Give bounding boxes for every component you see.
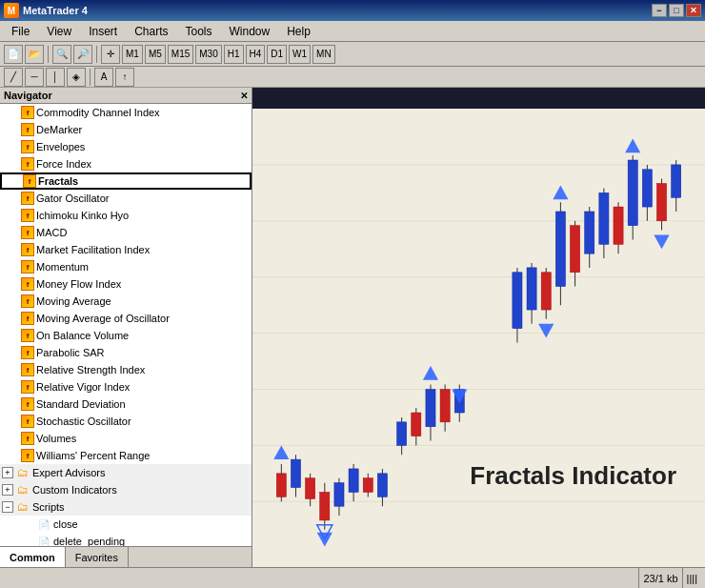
toolbar-separator-1 xyxy=(48,46,49,63)
tree-item-ichimoku[interactable]: f Ichimoku Kinko Hyo xyxy=(0,207,252,224)
svg-rect-31 xyxy=(440,389,450,421)
vline-button[interactable]: │ xyxy=(46,68,65,87)
indicator-icon-macd: f xyxy=(21,226,34,239)
menu-help[interactable]: Help xyxy=(279,23,318,40)
tree-item-obv[interactable]: f On Balance Volume xyxy=(0,327,252,344)
svg-rect-43 xyxy=(571,226,580,273)
svg-rect-9 xyxy=(276,474,286,497)
tree-item-parabolic[interactable]: f Parabolic SAR xyxy=(0,344,252,361)
tree-item-commodity[interactable]: f Commodity Channel Index xyxy=(0,104,252,121)
svg-rect-17 xyxy=(334,483,344,507)
hline-button[interactable]: ─ xyxy=(25,68,44,87)
tree-item-macd[interactable]: f MACD xyxy=(0,224,252,241)
expand-custom-icon[interactable]: + xyxy=(2,484,13,496)
status-bar-indicator: |||| xyxy=(682,568,701,588)
open-button[interactable]: 📂 xyxy=(25,45,44,64)
toolbar-separator-2 xyxy=(96,46,97,63)
crosshair-button[interactable]: ✛ xyxy=(101,45,120,64)
minimize-button[interactable]: − xyxy=(652,4,667,17)
chart-svg xyxy=(252,109,705,567)
period-h1-button[interactable]: H1 xyxy=(224,45,244,64)
menu-insert[interactable]: Insert xyxy=(81,23,125,40)
tree-item-stoch[interactable]: f Stochastic Oscillator xyxy=(0,413,252,430)
navigator-tree[interactable]: f Commodity Channel Index f DeMarker f E… xyxy=(0,104,252,546)
tree-item-rvi[interactable]: f Relative Vigor Index xyxy=(0,378,252,395)
tree-item-custom[interactable]: + 🗂 Custom Indicators xyxy=(0,481,252,498)
svg-rect-41 xyxy=(555,212,565,287)
expand-ea-icon[interactable]: + xyxy=(2,467,13,478)
indicator-icon-mao: f xyxy=(21,312,34,325)
period-h4-button[interactable]: H4 xyxy=(246,45,266,64)
tab-common[interactable]: Common xyxy=(0,547,66,567)
arrow-button[interactable]: ↑ xyxy=(115,68,134,87)
tree-item-demarker[interactable]: f DeMarker xyxy=(0,121,252,138)
period-w1-button[interactable]: W1 xyxy=(289,45,311,64)
fib-button[interactable]: ◈ xyxy=(67,68,86,87)
menu-tools[interactable]: Tools xyxy=(178,23,220,40)
status-bar-kbps: 23/1 kb xyxy=(638,568,681,588)
navigator-panel: Navigator ✕ f Commodity Channel Index f … xyxy=(0,88,252,567)
svg-rect-15 xyxy=(320,492,330,519)
tree-item-force[interactable]: f Force Index xyxy=(0,155,252,172)
indicator-icon-envelopes: f xyxy=(21,140,34,153)
status-bar: 23/1 kb |||| xyxy=(0,567,705,588)
main-container: Navigator ✕ f Commodity Channel Index f … xyxy=(0,88,705,567)
period-m15-button[interactable]: M15 xyxy=(168,45,193,64)
text-button[interactable]: A xyxy=(94,68,113,87)
tree-item-ea[interactable]: + 🗂 Expert Advisors xyxy=(0,464,252,481)
svg-rect-29 xyxy=(426,389,435,426)
tree-item-rsi[interactable]: f Relative Strength Index xyxy=(0,361,252,378)
tab-favorites[interactable]: Favorites xyxy=(66,547,129,567)
menu-window[interactable]: Window xyxy=(222,23,278,40)
menu-charts[interactable]: Charts xyxy=(127,23,175,40)
menu-file[interactable]: File xyxy=(4,23,37,40)
zoom-in-button[interactable]: 🔍 xyxy=(52,45,71,64)
expand-scripts-icon[interactable]: − xyxy=(2,501,13,513)
folder-icon-custom: 🗂 xyxy=(15,482,30,497)
period-m5-button[interactable]: M5 xyxy=(145,45,166,64)
svg-rect-49 xyxy=(614,207,623,244)
period-d1-button[interactable]: D1 xyxy=(267,45,287,64)
tree-item-ma[interactable]: f Moving Average xyxy=(0,293,252,310)
tree-item-scripts[interactable]: − 🗂 Scripts xyxy=(0,498,252,516)
tree-item-volumes[interactable]: f Volumes xyxy=(0,430,252,447)
tree-item-delete-pending[interactable]: 📄 delete_pending xyxy=(0,533,252,546)
navigator-title: Navigator xyxy=(4,90,52,101)
line-tool-button[interactable]: ╱ xyxy=(4,68,23,87)
menu-view[interactable]: View xyxy=(39,23,79,40)
tree-label-scripts: Scripts xyxy=(32,501,65,513)
tree-item-money-flow[interactable]: f Money Flow Index xyxy=(0,275,252,293)
indicator-icon-ichimoku: f xyxy=(21,209,34,222)
tree-label-obv: On Balance Volume xyxy=(36,330,129,341)
svg-rect-57 xyxy=(672,165,681,197)
svg-rect-35 xyxy=(513,273,522,329)
indicator-icon-mfi: f xyxy=(21,243,34,256)
status-text: 23/1 kb xyxy=(643,573,677,584)
tree-item-stddev[interactable]: f Standard Deviation xyxy=(0,395,252,413)
tree-item-mfi[interactable]: f Market Facilitation Index xyxy=(0,241,252,258)
tree-label-custom: Custom Indicators xyxy=(32,484,117,496)
svg-rect-39 xyxy=(541,273,551,310)
maximize-button[interactable]: □ xyxy=(669,4,684,17)
tree-label-ea: Expert Advisors xyxy=(32,467,105,478)
tree-item-fractals[interactable]: f Fractals xyxy=(0,172,252,190)
tree-item-gator[interactable]: f Gator Oscillator xyxy=(0,190,252,207)
indicator-icon-stddev: f xyxy=(21,397,34,411)
tree-label-volumes: Volumes xyxy=(36,433,76,444)
zoom-out-button[interactable]: 🔎 xyxy=(73,45,92,64)
navigator-close-button[interactable]: ✕ xyxy=(240,91,248,101)
tree-item-wpr[interactable]: f Williams' Percent Range xyxy=(0,447,252,464)
tree-item-close[interactable]: 📄 close xyxy=(0,516,252,533)
title-bar: M MetaTrader 4 − □ ✕ xyxy=(0,0,705,21)
tree-item-envelopes[interactable]: f Envelopes xyxy=(0,138,252,155)
sub-toolbar: ╱ ─ │ ◈ A ↑ xyxy=(0,67,705,88)
tree-label-demarker: DeMarker xyxy=(36,124,82,135)
period-button[interactable]: M1 xyxy=(122,45,143,64)
title-bar-text: MetaTrader 4 xyxy=(23,5,88,16)
new-chart-button[interactable]: 📄 xyxy=(4,45,23,64)
period-m30-button[interactable]: M30 xyxy=(195,45,221,64)
close-button[interactable]: ✕ xyxy=(686,4,701,17)
tree-item-mao[interactable]: f Moving Average of Oscillator xyxy=(0,310,252,327)
period-mn-button[interactable]: MN xyxy=(312,45,335,64)
tree-item-momentum[interactable]: f Momentum xyxy=(0,258,252,275)
